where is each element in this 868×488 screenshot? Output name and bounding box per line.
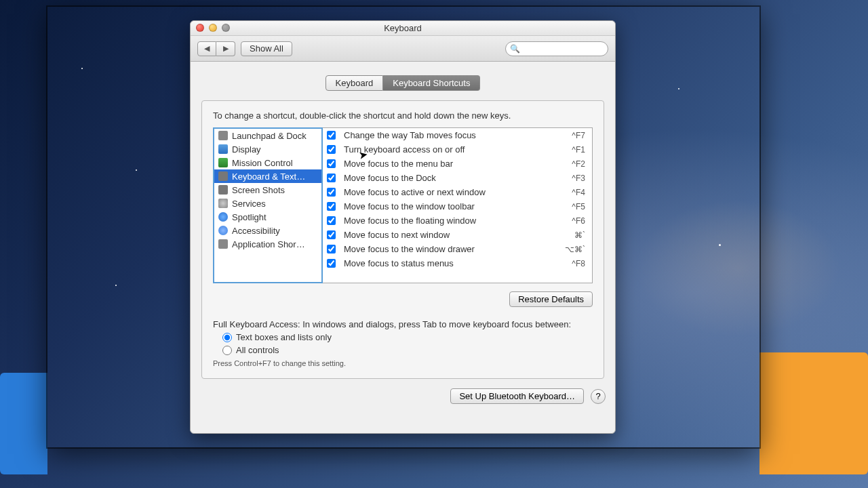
shortcut-row[interactable]: Change the way Tab moves focus^F7 xyxy=(323,128,592,142)
shortcut-checkbox[interactable] xyxy=(327,159,336,168)
shortcut-row[interactable]: Move focus to the Dock^F3 xyxy=(323,171,592,185)
shortcut-label: Move focus to active or next window xyxy=(344,187,557,197)
minimize-icon[interactable] xyxy=(209,24,217,32)
instruction-text: To change a shortcut, double-click the s… xyxy=(213,110,593,121)
shortcut-checkbox[interactable] xyxy=(327,202,336,211)
zoom-icon[interactable] xyxy=(222,24,230,32)
shortcut-key: ^F1 xyxy=(557,145,592,155)
radio-all-controls[interactable] xyxy=(222,346,232,355)
category-label: Spotlight xyxy=(232,212,267,222)
category-icon xyxy=(218,131,228,140)
shortcut-label: Move focus to the Dock xyxy=(344,173,557,183)
shortcut-list[interactable]: Change the way Tab moves focus^F7Turn ke… xyxy=(323,127,593,283)
sidebar-item-application-shor-[interactable]: Application Shor… xyxy=(214,237,321,251)
fka-hint: Press Control+F7 to change this setting. xyxy=(213,359,593,367)
restore-defaults-button[interactable]: Restore Defaults xyxy=(509,291,593,307)
shortcut-label: Move focus to status menus xyxy=(344,258,557,268)
shortcut-row[interactable]: Move focus to the window drawer⌥⌘` xyxy=(323,242,592,256)
tab-keyboard-shortcuts[interactable]: Keyboard Shortcuts xyxy=(383,75,480,91)
fka-opt1-label: Text boxes and lists only xyxy=(236,332,332,342)
fka-option-textboxes[interactable]: Text boxes and lists only xyxy=(222,332,593,342)
shortcut-key: ^F3 xyxy=(557,174,592,183)
shortcut-row[interactable]: Turn keyboard access on or off^F1 xyxy=(323,142,592,157)
sidebar-item-services[interactable]: Services xyxy=(214,197,321,210)
shortcut-label: Move focus to the floating window xyxy=(344,216,557,226)
shortcut-key: ^F4 xyxy=(557,188,592,197)
shortcut-checkbox[interactable] xyxy=(327,259,336,268)
preferences-window: Keyboard ◀ ▶ Show All 🔍 Keyboard Keyboar… xyxy=(190,20,616,434)
shortcut-label: Move focus to the menu bar xyxy=(344,159,557,169)
shortcut-checkbox[interactable] xyxy=(327,188,336,197)
bluetooth-keyboard-button[interactable]: Set Up Bluetooth Keyboard… xyxy=(450,388,584,404)
close-icon[interactable] xyxy=(196,24,204,32)
forward-icon: ▶ xyxy=(223,44,229,53)
shortcut-key: ^F8 xyxy=(557,259,592,268)
shortcut-label: Move focus to the window toolbar xyxy=(344,201,557,211)
fka-option-all[interactable]: All controls xyxy=(222,345,593,355)
category-icon xyxy=(218,185,228,195)
category-label: Mission Control xyxy=(232,158,293,168)
shortcut-checkbox[interactable] xyxy=(327,230,336,239)
back-icon: ◀ xyxy=(204,44,210,53)
fka-opt2-label: All controls xyxy=(236,345,279,355)
category-label: Application Shor… xyxy=(232,239,305,249)
category-label: Display xyxy=(232,144,261,155)
window-title: Keyboard xyxy=(384,23,422,33)
shortcut-key: ⌘` xyxy=(557,230,592,240)
shortcut-row[interactable]: Move focus to the menu bar^F2 xyxy=(323,157,592,171)
shortcut-row[interactable]: Move focus to the window toolbar^F5 xyxy=(323,199,592,214)
shortcut-label: Change the way Tab moves focus xyxy=(344,130,557,140)
category-icon xyxy=(218,171,228,181)
radio-textboxes[interactable] xyxy=(222,333,232,342)
shortcuts-panel: To change a shortcut, double-click the s… xyxy=(201,100,604,379)
sidebar-item-mission-control[interactable]: Mission Control xyxy=(214,156,321,169)
shortcut-key: ^F2 xyxy=(557,159,592,169)
sidebar-item-spotlight[interactable]: Spotlight xyxy=(214,210,321,224)
shortcut-key: ^F5 xyxy=(557,202,592,211)
category-label: Screen Shots xyxy=(232,185,285,195)
search-icon: 🔍 xyxy=(510,44,520,54)
shortcut-label: Turn keyboard access on or off xyxy=(344,144,557,155)
search-input[interactable] xyxy=(505,41,608,56)
shortcut-checkbox[interactable] xyxy=(327,216,336,225)
sidebar-item-keyboard-text-[interactable]: Keyboard & Text… xyxy=(214,169,321,183)
shortcut-checkbox[interactable] xyxy=(327,131,336,140)
fka-intro: Full Keyboard Access: In windows and dia… xyxy=(213,319,593,329)
category-icon xyxy=(218,144,228,154)
category-list[interactable]: Launchpad & DockDisplayMission ControlKe… xyxy=(213,127,323,283)
category-icon xyxy=(218,199,228,208)
category-icon xyxy=(218,158,228,167)
help-button[interactable]: ? xyxy=(591,389,606,404)
shortcut-label: Move focus to the window drawer xyxy=(344,244,557,254)
category-label: Launchpad & Dock xyxy=(232,131,307,141)
shortcut-checkbox[interactable] xyxy=(327,245,336,253)
shortcut-key: ⌥⌘` xyxy=(557,245,592,254)
sidebar-item-screen-shots[interactable]: Screen Shots xyxy=(214,183,321,197)
shortcut-checkbox[interactable] xyxy=(327,174,336,182)
toolbar: ◀ ▶ Show All 🔍 xyxy=(191,36,615,62)
show-all-button[interactable]: Show All xyxy=(241,41,292,56)
category-label: Services xyxy=(232,199,266,209)
category-icon xyxy=(218,239,228,249)
category-icon xyxy=(218,212,228,222)
sidebar-item-display[interactable]: Display xyxy=(214,142,321,156)
shortcut-checkbox[interactable] xyxy=(327,145,336,154)
category-label: Accessibility xyxy=(232,226,280,236)
tab-bar: Keyboard Keyboard Shortcuts xyxy=(201,75,604,91)
shortcut-key: ^F6 xyxy=(557,216,592,226)
shortcut-label: Move focus to next window xyxy=(344,230,557,240)
category-icon xyxy=(218,226,228,235)
tab-keyboard[interactable]: Keyboard xyxy=(326,75,384,91)
shortcut-row[interactable]: Move focus to active or next window^F4 xyxy=(323,185,592,199)
forward-button[interactable]: ▶ xyxy=(216,41,235,56)
back-button[interactable]: ◀ xyxy=(197,41,216,56)
shortcut-row[interactable]: Move focus to next window⌘` xyxy=(323,228,592,242)
shortcut-key: ^F7 xyxy=(557,131,592,140)
shortcut-row[interactable]: Move focus to status menus^F8 xyxy=(323,256,592,270)
titlebar[interactable]: Keyboard xyxy=(191,21,615,36)
sidebar-item-accessibility[interactable]: Accessibility xyxy=(214,224,321,237)
category-label: Keyboard & Text… xyxy=(232,171,305,182)
shortcut-row[interactable]: Move focus to the floating window^F6 xyxy=(323,214,592,228)
sidebar-item-launchpad-dock[interactable]: Launchpad & Dock xyxy=(214,129,321,142)
